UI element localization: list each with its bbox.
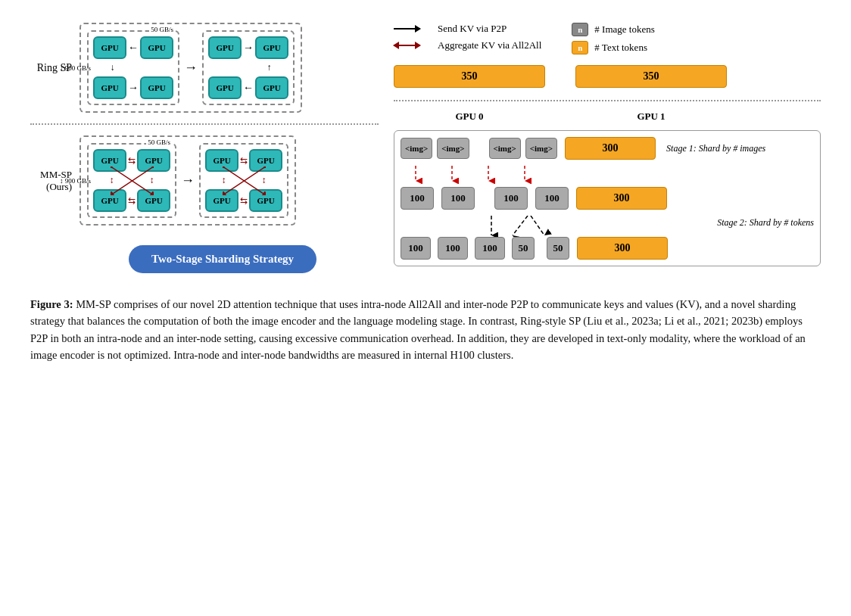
all2all-label: Aggregate KV via All2All xyxy=(438,39,541,51)
gpu-box: GPU xyxy=(93,36,126,59)
bar-100-3b: 100 xyxy=(438,237,468,260)
stage-row3: 100 100 100 50 50 300 xyxy=(401,237,814,260)
stage1-label: Stage 1: Shard by # images xyxy=(666,143,765,154)
caption-label: Figure 3: xyxy=(30,298,73,310)
gpu-box: GPU xyxy=(93,149,126,172)
img-tag-box1: <img> xyxy=(401,138,432,159)
gpu1-label: GPU 1 xyxy=(575,110,727,123)
img-tag-box2: <img> xyxy=(437,138,469,159)
bar-50-3b: 50 xyxy=(547,237,569,260)
image-token-box: n xyxy=(572,23,588,36)
legend-right: n # Image tokens n # Text tokens xyxy=(572,23,654,54)
p2p-label: Send KV via P2P xyxy=(438,23,507,35)
legend-text-token: n # Text tokens xyxy=(572,41,654,54)
bar-100-3a: 100 xyxy=(401,237,431,260)
gpu0-label: GPU 0 xyxy=(394,110,545,123)
legend-p2p: Send KV via P2P xyxy=(394,23,541,35)
bar-100-c: 100 xyxy=(494,187,528,210)
stage-area: <img> <img> <img> <img> 300 Stage 1: Sha… xyxy=(394,130,821,266)
stage-row2: 100 100 100 100 300 xyxy=(401,187,814,210)
dotted-separator xyxy=(394,100,821,101)
gpu-box: GPU xyxy=(249,189,282,212)
mm-sp-section: MM-SP(Ours) 50 GB/s GPU ⇆ GPU ↕ xyxy=(30,135,379,226)
bar-100-3c: 100 xyxy=(475,237,505,260)
gpu-box: GPU xyxy=(140,36,173,59)
gpu-box: GPU xyxy=(205,189,238,212)
image-token-label: # Image tokens xyxy=(594,23,654,36)
bar-300-mid: 300 xyxy=(576,187,667,210)
bar-350-left: 350 xyxy=(394,65,545,88)
gpu-box: GPU xyxy=(255,36,288,59)
mm-sp-group1: 50 GB/s GPU ⇆ GPU ↕ ↕ xyxy=(87,143,176,218)
bar-100-b: 100 xyxy=(441,187,475,210)
gpu-box: GPU xyxy=(93,189,126,212)
gpu-box: GPU xyxy=(255,76,288,99)
stage2-label: Stage 2: Shard by # tokens xyxy=(717,217,814,229)
bar-350-right: 350 xyxy=(575,65,727,88)
ring-sp-grid: 50 GB/s GPU ← GPU ↓ xyxy=(79,23,302,113)
gpu-box: GPU xyxy=(249,149,282,172)
gpu-box: GPU xyxy=(137,189,170,212)
caption-text: MM-SP comprises of our novel 2D attentio… xyxy=(30,298,806,361)
gpu-label-row: GPU 0 GPU 1 xyxy=(394,110,821,123)
ring-sp-group1: 50 GB/s GPU ← GPU ↓ xyxy=(87,30,179,105)
right-side: Send KV via P2P Aggregate KV via All2All xyxy=(394,23,821,266)
gpu-box: GPU xyxy=(93,76,126,99)
bar-100-d: 100 xyxy=(535,187,569,210)
svg-line-9 xyxy=(513,216,528,235)
stage1-arrows xyxy=(401,166,814,181)
mm-sp-group2: GPU ⇆ GPU ↕ ↕ GPU ⇆ GPU xyxy=(199,143,288,218)
bar-100-a: 100 xyxy=(401,187,434,210)
top-bars-row: 350 350 xyxy=(394,65,821,88)
gpu-box: GPU xyxy=(140,76,173,99)
bar-300-bot: 300 xyxy=(577,237,668,260)
legend-image-token: n # Image tokens xyxy=(572,23,654,36)
bw-left-label: ↓ 900 GB/s xyxy=(60,64,91,72)
figure-container: Ring SP 50 GB/s GPU ← GPU ↓ xyxy=(30,23,821,364)
bar-300-top: 300 xyxy=(565,137,656,160)
between-groups-arrow2: → xyxy=(181,143,195,218)
stage2-arrows: Stage 2: Shard by # tokens xyxy=(401,216,814,231)
bw-top-label2: 50 GB/s xyxy=(146,138,172,146)
diagram-area: Ring SP 50 GB/s GPU ← GPU ↓ xyxy=(30,23,821,273)
bw-left-label2: ↕ 900 GB/s xyxy=(60,177,91,185)
gpu-box: GPU xyxy=(137,149,170,172)
ring-sp-group2: GPU → GPU ↑ GPU ← GPU xyxy=(202,30,295,105)
text-token-box: n xyxy=(572,41,588,54)
legend-left: Send KV via P2P Aggregate KV via All2All xyxy=(394,23,541,51)
gpu-box: GPU xyxy=(208,76,242,99)
h-dotted-divider xyxy=(30,123,379,125)
gpu-box: GPU xyxy=(208,36,242,59)
figure-caption: Figure 3: MM-SP comprises of our novel 2… xyxy=(30,296,821,364)
bw-top-label: 50 GB/s xyxy=(149,26,175,33)
mm-sp-grid: 50 GB/s GPU ⇆ GPU ↕ ↕ xyxy=(79,135,296,226)
img-tag-box3: <img> xyxy=(489,138,521,159)
svg-line-10 xyxy=(531,216,544,235)
between-groups-arrow: → xyxy=(184,30,198,105)
two-stage-button[interactable]: Two-Stage Sharding Strategy xyxy=(129,245,316,273)
img-tag-box4: <img> xyxy=(525,138,557,159)
bar-50-3a: 50 xyxy=(512,237,535,260)
left-side: Ring SP 50 GB/s GPU ← GPU ↓ xyxy=(30,23,379,273)
legend-row: Send KV via P2P Aggregate KV via All2All xyxy=(394,23,821,54)
legend-all2all: Aggregate KV via All2All xyxy=(394,39,541,51)
gpu-box: GPU xyxy=(205,149,238,172)
text-token-label: # Text tokens xyxy=(594,42,647,54)
stage-row-imgs: <img> <img> <img> <img> 300 Stage 1: Sha… xyxy=(401,137,814,160)
ring-sp-section: Ring SP 50 GB/s GPU ← GPU ↓ xyxy=(30,23,379,113)
